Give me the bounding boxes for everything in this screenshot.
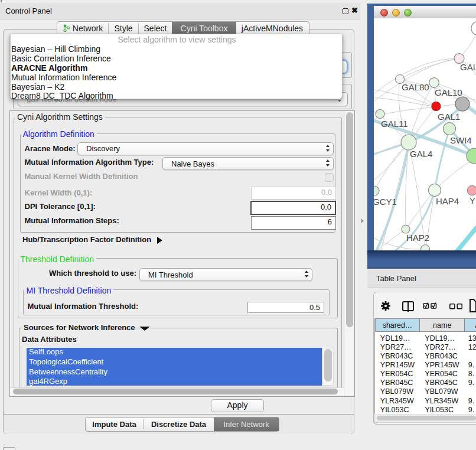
svg-text:SWI4: SWI4 <box>450 135 472 145</box>
svg-text:Y: Y <box>470 195 475 206</box>
svg-text:HAP4: HAP4 <box>436 196 459 206</box>
svg-text:GCY1: GCY1 <box>374 197 397 207</box>
svg-text:GAL1: GAL1 <box>438 112 460 122</box>
svg-text:GAL80: GAL80 <box>402 82 429 92</box>
svg-text:GAL7: GAL7 <box>460 62 476 72</box>
svg-text:HAP2: HAP2 <box>406 233 429 243</box>
svg-text:GAL10: GAL10 <box>435 87 462 97</box>
svg-text:GAL11: GAL11 <box>381 119 408 129</box>
svg-text:GAL4: GAL4 <box>410 149 432 159</box>
